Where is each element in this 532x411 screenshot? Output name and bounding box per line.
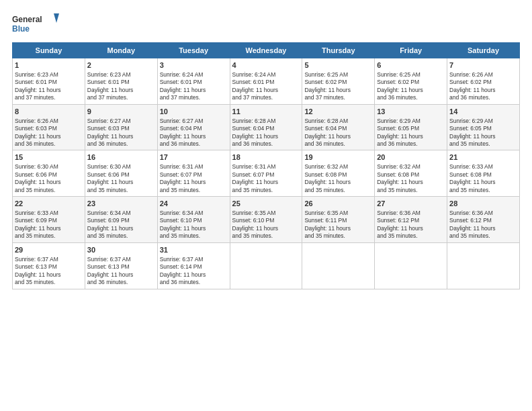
day-number: 1 (15, 60, 83, 71)
day-info-line: Sunrise: 6:26 AM (449, 71, 517, 79)
week-row-5: 29Sunrise: 6:37 AMSunset: 6:13 PMDayligh… (13, 242, 520, 289)
day-info-line: Sunset: 6:08 PM (449, 171, 517, 179)
day-info-line: Sunset: 6:07 PM (232, 171, 300, 179)
calendar-cell: 1Sunrise: 6:23 AMSunset: 6:01 PMDaylight… (13, 58, 85, 105)
calendar-cell: 2Sunrise: 6:23 AMSunset: 6:01 PMDaylight… (85, 58, 157, 105)
day-info-line: Sunset: 6:13 PM (15, 263, 83, 271)
day-number: 26 (304, 199, 372, 209)
day-info-line: Daylight: 11 hours (304, 133, 372, 140)
column-header-wednesday: Wednesday (230, 43, 302, 58)
calendar-cell: 27Sunrise: 6:36 AMSunset: 6:12 PMDayligh… (375, 197, 447, 243)
day-info-line: Sunrise: 6:23 AM (15, 71, 83, 79)
day-number: 21 (449, 152, 517, 163)
day-info-line: and 37 minutes. (160, 94, 228, 101)
day-info-line: Sunset: 6:13 PM (87, 263, 155, 271)
day-number: 17 (160, 152, 228, 163)
day-info-line: Daylight: 11 hours (87, 271, 155, 279)
day-number: 15 (15, 152, 83, 163)
day-info-line: Daylight: 11 hours (160, 133, 228, 140)
day-info-line: Sunset: 6:02 PM (304, 79, 372, 86)
day-info-line: Sunset: 6:10 PM (232, 217, 300, 224)
svg-text:Blue: Blue (12, 24, 30, 34)
day-number: 27 (377, 199, 445, 209)
week-row-3: 15Sunrise: 6:30 AMSunset: 6:06 PMDayligh… (13, 150, 520, 197)
day-info-line: and 36 minutes. (160, 279, 228, 286)
day-info-line: Sunset: 6:02 PM (377, 79, 445, 86)
day-info-line: Sunset: 6:11 PM (304, 217, 372, 224)
day-number: 5 (304, 60, 372, 71)
page: General Blue SundayMondayTuesdayWednesda… (0, 0, 532, 411)
day-number: 31 (160, 245, 228, 255)
calendar-cell: 25Sunrise: 6:35 AMSunset: 6:10 PMDayligh… (230, 197, 302, 243)
day-info-line: Sunrise: 6:24 AM (160, 71, 228, 79)
day-info-line: Sunrise: 6:23 AM (87, 71, 155, 79)
calendar-cell (230, 242, 302, 289)
day-info-line: and 35 minutes. (87, 232, 155, 240)
day-info-line: and 35 minutes. (304, 232, 372, 240)
calendar-cell: 18Sunrise: 6:31 AMSunset: 6:07 PMDayligh… (230, 150, 302, 197)
day-info-line: Daylight: 11 hours (377, 225, 445, 232)
calendar-cell: 17Sunrise: 6:31 AMSunset: 6:07 PMDayligh… (157, 150, 230, 197)
day-info-line: Daylight: 11 hours (232, 87, 300, 94)
day-info-line: Daylight: 11 hours (160, 87, 228, 94)
day-number: 25 (232, 199, 300, 209)
day-info-line: and 36 minutes. (232, 140, 300, 148)
day-info-line: Sunrise: 6:34 AM (87, 210, 155, 217)
day-number: 10 (160, 107, 228, 117)
day-number: 16 (87, 152, 155, 163)
day-info-line: Sunrise: 6:32 AM (377, 163, 445, 171)
day-info-line: Sunrise: 6:33 AM (15, 210, 83, 217)
calendar-table: SundayMondayTuesdayWednesdayThursdayFrid… (12, 42, 520, 289)
column-header-friday: Friday (375, 43, 447, 58)
day-number: 9 (87, 107, 155, 117)
day-info-line: Daylight: 11 hours (377, 87, 445, 94)
day-info-line: Daylight: 11 hours (377, 179, 445, 186)
calendar-cell: 19Sunrise: 6:32 AMSunset: 6:08 PMDayligh… (302, 150, 375, 197)
column-header-tuesday: Tuesday (157, 43, 230, 58)
day-info-line: Sunset: 6:05 PM (377, 125, 445, 132)
day-info-line: Daylight: 11 hours (304, 225, 372, 232)
svg-text:General: General (12, 15, 42, 24)
calendar-cell: 7Sunrise: 6:26 AMSunset: 6:02 PMDaylight… (447, 58, 520, 105)
calendar-cell (447, 242, 520, 289)
day-info-line: Sunset: 6:03 PM (87, 125, 155, 132)
day-info-line: Sunset: 6:08 PM (304, 171, 372, 179)
day-info-line: Daylight: 11 hours (160, 179, 228, 186)
day-info-line: and 35 minutes. (232, 187, 300, 194)
day-info-line: and 36 minutes. (87, 279, 155, 286)
column-header-saturday: Saturday (447, 43, 520, 58)
calendar-cell: 22Sunrise: 6:33 AMSunset: 6:09 PMDayligh… (13, 197, 85, 243)
logo-icon: General Blue (12, 12, 62, 36)
day-number: 6 (377, 60, 445, 71)
calendar-cell: 4Sunrise: 6:24 AMSunset: 6:01 PMDaylight… (230, 58, 302, 105)
day-info-line: Daylight: 11 hours (15, 271, 83, 279)
day-info-line: and 36 minutes. (377, 94, 445, 101)
day-info-line: Sunrise: 6:29 AM (449, 118, 517, 125)
day-number: 13 (377, 107, 445, 117)
calendar-cell: 28Sunrise: 6:36 AMSunset: 6:12 PMDayligh… (447, 197, 520, 243)
day-info-line: Sunset: 6:01 PM (160, 79, 228, 86)
day-number: 28 (449, 199, 517, 209)
calendar-cell: 10Sunrise: 6:27 AMSunset: 6:04 PMDayligh… (157, 104, 230, 150)
day-info-line: and 37 minutes. (232, 94, 300, 101)
column-header-monday: Monday (85, 43, 157, 58)
day-info-line: Sunset: 6:01 PM (232, 79, 300, 86)
day-info-line: Daylight: 11 hours (377, 133, 445, 140)
day-info-line: Daylight: 11 hours (232, 225, 300, 232)
day-info-line: Sunrise: 6:31 AM (232, 163, 300, 171)
calendar-cell: 24Sunrise: 6:34 AMSunset: 6:10 PMDayligh… (157, 197, 230, 243)
day-info-line: Daylight: 11 hours (87, 225, 155, 232)
day-info-line: Daylight: 11 hours (160, 225, 228, 232)
day-info-line: and 35 minutes. (15, 279, 83, 286)
day-info-line: Sunrise: 6:35 AM (232, 210, 300, 217)
calendar-cell: 8Sunrise: 6:26 AMSunset: 6:03 PMDaylight… (13, 104, 85, 150)
day-info-line: Sunrise: 6:31 AM (160, 163, 228, 171)
day-info-line: Sunset: 6:08 PM (377, 171, 445, 179)
calendar-cell: 26Sunrise: 6:35 AMSunset: 6:11 PMDayligh… (302, 197, 375, 243)
day-info-line: Daylight: 11 hours (15, 87, 83, 94)
day-info-line: Daylight: 11 hours (449, 179, 517, 186)
calendar-cell: 3Sunrise: 6:24 AMSunset: 6:01 PMDaylight… (157, 58, 230, 105)
day-info-line: Sunrise: 6:27 AM (87, 118, 155, 125)
calendar-cell: 16Sunrise: 6:30 AMSunset: 6:06 PMDayligh… (85, 150, 157, 197)
day-info-line: Sunset: 6:09 PM (87, 217, 155, 224)
